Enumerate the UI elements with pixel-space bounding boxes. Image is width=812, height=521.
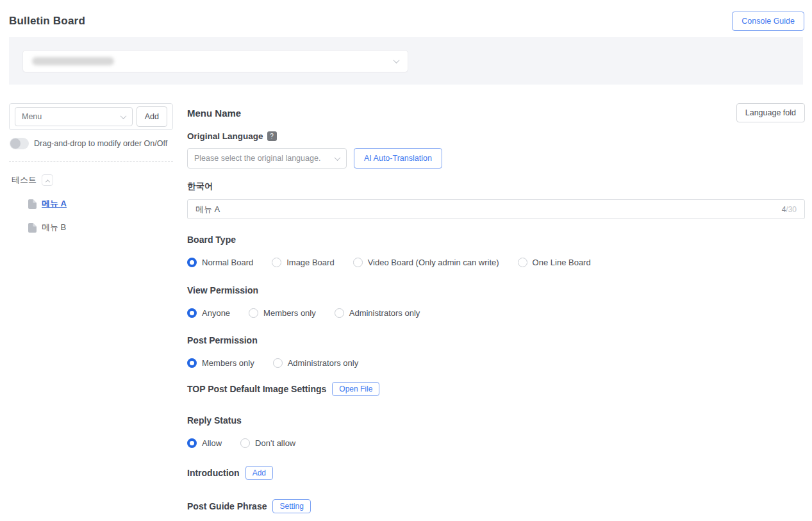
menu-add-box: Menu Add <box>9 103 173 130</box>
radio-unselected-icon[interactable] <box>335 308 344 318</box>
collapse-icon[interactable] <box>42 174 53 186</box>
tree-group-label: 테스트 <box>12 174 37 186</box>
char-counter: 4/30 <box>782 205 797 214</box>
post-permission-options: Members onlyAdministrators only <box>187 358 805 368</box>
radio-option-label: Members only <box>263 308 316 318</box>
radio-option-label: Video Board (Only admin can write) <box>368 258 499 267</box>
radio-option-label: Don't allow <box>255 438 295 448</box>
introduction-label: Introduction <box>187 468 240 478</box>
language-fold-button[interactable]: Language fold <box>736 103 805 122</box>
board-type-section: Board Type Normal BoardImage BoardVideo … <box>187 235 805 267</box>
menu-type-select-value: Menu <box>22 112 42 121</box>
radio-unselected-icon[interactable] <box>518 258 527 267</box>
radio-selected-icon[interactable] <box>187 308 197 318</box>
top-post-image-section: TOP Post Default Image Settings Open Fil… <box>187 382 805 396</box>
korean-name-block: 한국어 메뉴 A 4/30 <box>187 181 805 219</box>
radio-unselected-icon[interactable] <box>272 258 281 267</box>
view-permission-section: View Permission AnyoneMembers onlyAdmini… <box>187 285 805 318</box>
radio-option[interactable]: Image Board <box>272 258 334 267</box>
tree-item-menu-a[interactable]: 메뉴 A <box>28 198 173 210</box>
radio-option[interactable]: Normal Board <box>187 258 253 267</box>
reply-status-section: Reply Status AllowDon't allow <box>187 415 805 448</box>
chevron-down-icon <box>335 154 341 161</box>
radio-option-label: Administrators only <box>288 358 359 368</box>
introduction-add-button[interactable]: Add <box>245 466 273 480</box>
radio-option-label: Anyone <box>202 308 230 318</box>
post-permission-section: Post Permission Members onlyAdministrato… <box>187 335 805 368</box>
radio-option[interactable]: One Line Board <box>518 258 591 267</box>
add-menu-button[interactable]: Add <box>137 106 167 127</box>
content-area: Menu Add Drag-and-drop to modify order O… <box>0 103 812 513</box>
file-icon <box>28 199 37 209</box>
radio-option[interactable]: Anyone <box>187 308 230 318</box>
original-language-select-placeholder: Please select the original language. <box>194 154 320 163</box>
reply-status-label: Reply Status <box>187 415 805 426</box>
radio-option-label: Image Board <box>286 258 334 267</box>
menu-type-select[interactable]: Menu <box>15 107 133 126</box>
radio-option[interactable]: Administrators only <box>335 308 420 318</box>
menu-name-input-value: 메뉴 A <box>195 204 220 215</box>
radio-unselected-icon[interactable] <box>249 308 258 318</box>
tree-item-menu-b[interactable]: 메뉴 B <box>28 222 173 233</box>
chevron-up-icon <box>45 179 49 184</box>
post-guide-setting-button[interactable]: Setting <box>272 499 310 513</box>
menu-settings-main: Menu Name Language fold Original Languag… <box>187 103 805 513</box>
post-permission-label: Post Permission <box>187 335 805 345</box>
menu-name-input[interactable]: 메뉴 A 4/30 <box>187 199 805 219</box>
original-language-controls: Please select the original language. AI … <box>187 148 805 169</box>
file-icon <box>28 223 37 233</box>
view-permission-label: View Permission <box>187 285 805 295</box>
original-language-select[interactable]: Please select the original language. <box>187 148 347 169</box>
radio-unselected-icon[interactable] <box>240 438 250 448</box>
tree-item-label: 메뉴 B <box>42 222 66 233</box>
site-selector-dropdown[interactable] <box>22 50 408 72</box>
radio-option-label: Administrators only <box>349 308 420 318</box>
chevron-down-icon <box>120 113 126 119</box>
menu-sidebar: Menu Add Drag-and-drop to modify order O… <box>9 103 173 233</box>
board-type-options: Normal BoardImage BoardVideo Board (Only… <box>187 258 805 267</box>
radio-option[interactable]: Don't allow <box>240 438 295 448</box>
tree-group-row[interactable]: 테스트 <box>9 174 173 186</box>
radio-option[interactable]: Allow <box>187 438 222 448</box>
chevron-down-icon <box>394 57 400 63</box>
drag-order-toggle[interactable] <box>10 138 29 149</box>
radio-option-label: Normal Board <box>202 258 253 267</box>
radio-option[interactable]: Administrators only <box>273 358 359 368</box>
radio-option-label: One Line Board <box>533 258 591 267</box>
sidebar-divider <box>9 161 173 161</box>
radio-selected-icon[interactable] <box>187 258 197 267</box>
radio-option[interactable]: Members only <box>249 308 316 318</box>
site-selector-panel <box>9 37 803 85</box>
original-language-row: Original Language ? <box>187 131 805 141</box>
help-icon[interactable]: ? <box>267 131 277 141</box>
radio-selected-icon[interactable] <box>187 438 197 448</box>
menu-name-heading: Menu Name <box>187 108 241 119</box>
radio-option[interactable]: Video Board (Only admin can write) <box>353 258 499 267</box>
post-guide-phrase-section: Post Guide Phrase Setting <box>187 499 805 513</box>
ai-auto-translation-button[interactable]: AI Auto-Translation <box>354 148 442 169</box>
top-header: Bulletin Board Console Guide <box>0 0 812 37</box>
page-title: Bulletin Board <box>9 15 85 28</box>
main-header: Menu Name Language fold <box>187 103 805 122</box>
drag-order-toggle-row: Drag-and-drop to modify order On/Off <box>9 138 173 149</box>
post-guide-phrase-label: Post Guide Phrase <box>187 501 267 511</box>
drag-order-toggle-label: Drag-and-drop to modify order On/Off <box>34 139 167 148</box>
radio-option-label: Members only <box>202 358 254 368</box>
redacted-site-name <box>32 57 114 65</box>
radio-option[interactable]: Members only <box>187 358 254 368</box>
radio-unselected-icon[interactable] <box>353 258 363 267</box>
board-type-label: Board Type <box>187 235 805 245</box>
reply-status-options: AllowDon't allow <box>187 438 805 448</box>
menu-tree: 테스트 메뉴 A 메뉴 B <box>9 174 173 233</box>
radio-unselected-icon[interactable] <box>273 358 283 368</box>
view-permission-options: AnyoneMembers onlyAdministrators only <box>187 308 805 318</box>
tree-item-label: 메뉴 A <box>42 198 67 210</box>
radio-option-label: Allow <box>202 438 222 448</box>
introduction-section: Introduction Add <box>187 466 805 480</box>
top-post-image-label: TOP Post Default Image Settings <box>187 384 326 394</box>
console-guide-button[interactable]: Console Guide <box>732 12 804 31</box>
korean-label: 한국어 <box>187 181 805 192</box>
open-file-button[interactable]: Open File <box>332 382 379 396</box>
original-language-label: Original Language <box>187 131 263 141</box>
radio-selected-icon[interactable] <box>187 358 197 368</box>
